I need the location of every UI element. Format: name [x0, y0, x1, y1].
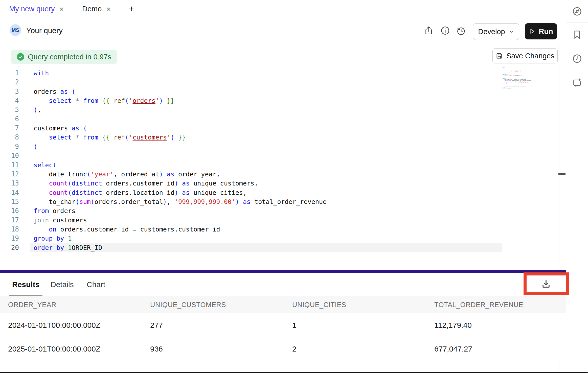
code-text: orders as ( [34, 87, 76, 96]
code-line[interactable]: 11select [0, 160, 531, 170]
code-text: count(distinct orders.location_id) as un… [34, 188, 247, 197]
tab-demo[interactable]: Demo × [73, 0, 120, 18]
code-line[interactable]: 18 on orders.customer_id = customers.cus… [0, 225, 531, 234]
results-tab-bar: Results Details Chart [0, 273, 566, 296]
code-line[interactable]: 20order by 1ORDER_ID [0, 243, 531, 252]
line-number: 2 [0, 78, 19, 87]
table-row[interactable]: 2024-01-01T00:00:00.000Z2771112,179.40 [0, 313, 566, 337]
pane-resize-handle[interactable] [558, 173, 566, 175]
code-line[interactable]: 13 count(distinct orders.customer_id) as… [0, 179, 531, 188]
line-number: 19 [0, 234, 19, 243]
table-cell: 677,047.27 [434, 337, 472, 361]
info-icon[interactable] [440, 26, 450, 35]
table-cell: 936 [150, 337, 163, 361]
table-cell: 2025-01-01T00:00:00.000Z [8, 337, 100, 361]
share-icon[interactable] [424, 26, 434, 35]
table-cell: 112,179.40 [434, 313, 472, 337]
line-number: 6 [0, 114, 19, 124]
run-button[interactable]: Run [525, 23, 557, 39]
code-text: ) [34, 142, 37, 151]
table-cell: 2024-01-01T00:00:00.000Z [8, 313, 100, 337]
code-text: on orders.customer_id = customers.custom… [34, 225, 220, 234]
line-number: 14 [0, 188, 19, 197]
line-number: 18 [0, 225, 19, 234]
tab-chart[interactable]: Chart [87, 273, 105, 296]
sidebar-divider [566, 95, 588, 95]
line-number: 15 [0, 197, 19, 206]
minimap-content: with orders as ( select * from {{ ref('o… [503, 67, 515, 89]
line-number: 11 [0, 160, 19, 170]
query-status-badge: Query completed in 0.97s [11, 50, 117, 64]
query-tab-bar: My new query × Demo × + [0, 0, 566, 18]
code-line[interactable]: 15 to_char(sum(orders.order_total), '999… [0, 197, 531, 206]
compass-icon[interactable] [566, 5, 588, 18]
code-line[interactable]: 4 select * from {{ ref('orders') }} [0, 96, 531, 105]
code-line[interactable]: 2 [0, 78, 531, 87]
ai-chat-icon[interactable] [566, 76, 588, 89]
editor-minimap[interactable]: with orders as ( select * from {{ ref('o… [503, 67, 540, 91]
code-text: from orders [34, 206, 76, 216]
code-text: select [34, 160, 56, 170]
tab-label: My new query [9, 5, 55, 13]
code-line[interactable]: 12 date_trunc('year', ordered_at) as ord… [0, 170, 531, 179]
code-text: count(distinct orders.customer_id) as un… [34, 179, 258, 188]
code-line[interactable]: 9) [0, 142, 531, 151]
close-icon[interactable]: × [106, 5, 111, 13]
bookmark-icon[interactable] [566, 28, 588, 41]
code-line[interactable]: 7customers as ( [0, 124, 531, 133]
tab-results[interactable]: Results [12, 273, 39, 296]
panel-resize-bar[interactable] [0, 270, 566, 273]
column-header[interactable]: UNIQUE_CITIES [292, 296, 346, 313]
new-tab-button[interactable]: + [120, 0, 143, 18]
page-title: Your query [26, 18, 63, 43]
code-text: ), [34, 105, 41, 114]
code-text: date_trunc('year', ordered_at) as order_… [34, 170, 220, 179]
code-line[interactable]: 16from orders [0, 206, 531, 216]
run-label: Run [539, 27, 553, 36]
sidebar-divider [566, 71, 588, 71]
code-text: group by 1 [34, 234, 72, 243]
line-number: 1 [0, 68, 19, 78]
code-line[interactable]: 17join customers [0, 216, 531, 225]
code-text: select * from {{ ref('orders') }} [34, 96, 174, 105]
code-text: to_char(sum(orders.order_total), '999,99… [34, 197, 327, 206]
app-window: My new query × Demo × + MS Your query De… [0, 0, 588, 373]
chevron-down-icon [509, 29, 514, 34]
column-header[interactable]: UNIQUE_CUSTOMERS [150, 296, 226, 313]
code-line[interactable]: 14 count(distinct orders.location_id) as… [0, 188, 531, 197]
line-number: 4 [0, 96, 19, 105]
code-line[interactable]: 3orders as ( [0, 87, 531, 96]
history-icon[interactable] [456, 26, 466, 35]
save-changes-button[interactable]: Save Changes [492, 48, 558, 63]
line-number: 13 [0, 179, 19, 188]
column-header[interactable]: TOTAL_ORDER_REVENUE [434, 296, 523, 313]
line-number: 12 [0, 170, 19, 179]
table-row[interactable]: 2025-01-01T00:00:00.000Z9362677,047.27 [0, 337, 566, 361]
code-text: order by 1ORDER_ID [34, 243, 102, 252]
code-line[interactable]: 10 [0, 151, 531, 160]
code-text: customers as ( [34, 124, 87, 133]
develop-dropdown[interactable]: Develop [473, 23, 519, 40]
code-line[interactable]: 5), [0, 105, 531, 114]
column-header[interactable]: ORDER_YEAR [8, 296, 56, 313]
sql-editor[interactable]: 1with23orders as (4 select * from {{ ref… [0, 43, 566, 270]
line-number: 16 [0, 206, 19, 216]
code-line[interactable]: 8 select * from {{ ref('customers') }} [0, 133, 531, 142]
line-number: 20 [0, 243, 19, 252]
code-text: join customers [34, 216, 87, 225]
code-line[interactable]: 19group by 1 [0, 234, 531, 243]
line-number: 5 [0, 105, 19, 114]
sidebar-divider [566, 47, 588, 47]
sidebar-divider [566, 22, 588, 22]
window-bottom-edge [0, 372, 588, 373]
line-number: 7 [0, 124, 19, 133]
tab-label: Demo [82, 5, 102, 13]
code-text: select * from {{ ref('customers') }} [34, 133, 186, 142]
tab-my-new-query[interactable]: My new query × [0, 0, 73, 18]
code-line[interactable]: 1with [0, 68, 531, 78]
results-table-header: ORDER_YEAR UNIQUE_CUSTOMERS UNIQUE_CITIE… [0, 296, 566, 313]
tab-details[interactable]: Details [51, 273, 74, 296]
close-icon[interactable]: × [59, 5, 64, 13]
history-clock-icon[interactable] [566, 52, 588, 65]
code-line[interactable]: 6 [0, 114, 531, 124]
